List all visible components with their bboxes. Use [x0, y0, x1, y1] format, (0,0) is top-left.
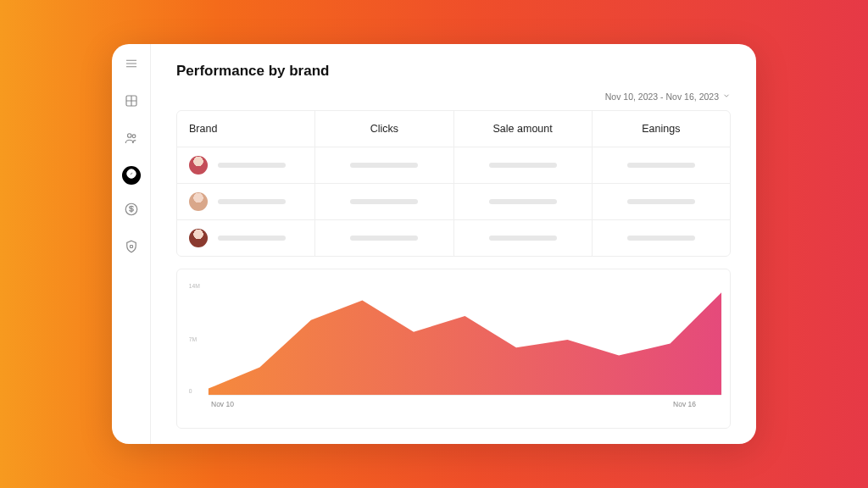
chart-area: [209, 292, 721, 395]
performance-table: Brand Clicks Sale amount Eanings: [176, 110, 731, 257]
sidebar-item-menu[interactable]: [120, 54, 142, 76]
placeholder: [489, 199, 557, 204]
col-sale: Sale amount: [454, 111, 593, 147]
shield-icon: [124, 239, 139, 258]
placeholder: [627, 163, 695, 168]
main-content: Performance by brand Nov 10, 2023 - Nov …: [151, 44, 756, 444]
sidebar-item-payouts[interactable]: [120, 200, 142, 222]
sidebar-item-home[interactable]: [120, 92, 142, 114]
table-row[interactable]: [177, 147, 730, 184]
placeholder: [218, 199, 286, 204]
sidebar-item-explore[interactable]: [122, 166, 141, 185]
placeholder: [218, 163, 286, 168]
y-tick-bot: 0: [189, 388, 192, 394]
menu-icon: [124, 56, 139, 75]
svg-point-6: [127, 134, 131, 138]
app-window: Performance by brand Nov 10, 2023 - Nov …: [112, 44, 756, 444]
compass-icon: [125, 168, 137, 183]
table-row[interactable]: [177, 220, 730, 256]
placeholder: [350, 236, 418, 241]
performance-chart: 14M 7M 0 Nov 10 Nov 16: [176, 269, 731, 429]
date-range-picker[interactable]: Nov 10, 2023 - Nov 16, 2023: [605, 92, 731, 102]
avatar: [189, 229, 208, 247]
placeholder: [489, 236, 557, 241]
sidebar-item-brands[interactable]: [120, 129, 142, 151]
placeholder: [627, 236, 695, 241]
chevron-down-icon: [722, 92, 731, 102]
placeholder: [627, 199, 695, 204]
svg-rect-11: [130, 246, 132, 248]
placeholder: [350, 163, 418, 168]
table-row[interactable]: [177, 184, 730, 220]
y-tick-mid: 7M: [189, 336, 198, 342]
grid-icon: [124, 93, 139, 112]
sidebar-item-privacy[interactable]: [120, 237, 142, 259]
sidebar: [112, 44, 151, 444]
svg-point-7: [132, 135, 136, 138]
x-tick-end: Nov 16: [673, 400, 696, 408]
col-clicks: Clicks: [315, 111, 453, 147]
date-range-label: Nov 10, 2023 - Nov 16, 2023: [605, 92, 719, 102]
x-tick-start: Nov 10: [211, 400, 234, 408]
placeholder: [350, 199, 418, 204]
users-icon: [124, 130, 139, 149]
avatar: [189, 156, 208, 175]
placeholder: [218, 236, 286, 241]
table-header: Brand Clicks Sale amount Eanings: [177, 111, 730, 147]
col-earnings: Eanings: [593, 111, 730, 147]
col-brand: Brand: [177, 111, 315, 147]
avatar: [189, 192, 208, 211]
dollar-icon: [124, 202, 139, 220]
placeholder: [489, 163, 557, 168]
page-title: Performance by brand: [176, 63, 731, 80]
area-chart: 14M 7M 0: [184, 278, 723, 396]
x-axis: Nov 10 Nov 16: [184, 396, 723, 408]
y-tick-top: 14M: [189, 283, 200, 289]
